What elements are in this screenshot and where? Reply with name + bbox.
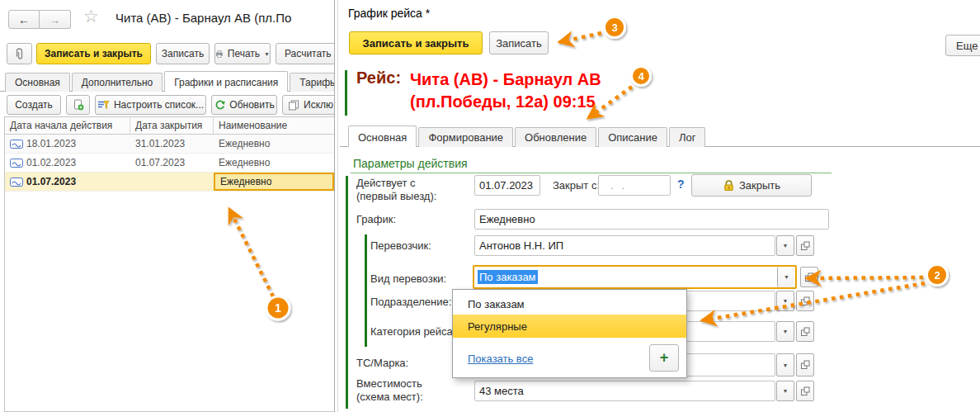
close-schedule-button[interactable]: Закрыть (691, 174, 812, 197)
division-open-button[interactable] (796, 291, 814, 311)
route-line1: Чита (АВ) - Барнаул АВ (410, 69, 601, 91)
category-label: Категория рейса: (370, 325, 455, 339)
capacity-label: Вместимость (схема мест): (356, 377, 423, 404)
caret-down-icon: ▼ (783, 243, 789, 249)
tab-osnovnaya[interactable]: Основная (348, 125, 417, 147)
route-card-window: ← → ☆ Чита (АВ) - Барнаул АВ (пл.По Запи… (0, 0, 335, 412)
closed-from-input[interactable]: . . (598, 175, 671, 196)
open-item-icon (800, 360, 810, 370)
history-nav: ← → (8, 10, 71, 29)
tab-osnovnaya[interactable]: Основная (5, 73, 70, 92)
carrier-combo[interactable]: Антонов Н.Н. ИП (474, 235, 775, 256)
back-button[interactable]: ← (8, 10, 40, 29)
valid-from-input[interactable]: 01.07.2023 (474, 175, 540, 196)
trip-schedule-window: График рейса * Записать и закрыть Записа… (340, 0, 980, 412)
table-row[interactable]: 18.01.2023 31.01.2023 Ежедневно (5, 135, 334, 154)
group-accent-bar (365, 234, 367, 347)
division-dropdown-button[interactable]: ▼ (776, 291, 794, 311)
open-item-icon (800, 296, 810, 306)
tab-obnovlenie[interactable]: Обновление (515, 127, 596, 147)
cell-start-date: 01.07.2023 (26, 176, 76, 187)
group-accent-bar (345, 70, 347, 116)
tab-log[interactable]: Лог (669, 127, 706, 147)
lock-icon (723, 179, 735, 192)
attachments-button[interactable] (7, 43, 32, 64)
table-header: Дата начала действия Дата закрытия Наиме… (5, 117, 334, 135)
transport-kind-dropdown-button[interactable]: ▼ (777, 267, 795, 287)
calculate-button[interactable]: Расчитать (276, 43, 335, 64)
transport-kind-label: Вид перевозки: (370, 272, 446, 286)
route-label: Рейс: (356, 69, 401, 88)
configure-list-label: Настроить список... (114, 99, 204, 111)
window-title: Чита (АВ) - Барнаул АВ (пл.По (115, 11, 333, 25)
transport-kind-open-button[interactable] (800, 267, 818, 287)
caret-down-icon: ▼ (783, 388, 789, 394)
create-copy-button[interactable] (66, 95, 90, 115)
window-title: График рейса * (348, 7, 430, 20)
forward-button[interactable]: → (40, 10, 71, 29)
section-underline (351, 173, 832, 173)
caret-down-icon: ▼ (783, 298, 789, 304)
schedule-input[interactable]: Ежедневно (474, 209, 829, 230)
paperclip-icon (14, 48, 25, 60)
tab-grafiki-i-raspisaniya[interactable]: Графики и расписания (164, 71, 288, 92)
add-item-button[interactable]: + (649, 344, 679, 372)
capacity-open-button[interactable] (796, 381, 814, 401)
printer-icon (215, 49, 224, 59)
forward-arrow-icon: → (49, 13, 61, 26)
caret-down-icon: ▼ (783, 362, 789, 368)
exclude-button[interactable]: Исклю (282, 95, 335, 115)
favorite-star-icon[interactable]: ☆ (83, 7, 99, 26)
cell-start-date: 01.02.2023 (26, 157, 76, 168)
more-button[interactable]: Еще (945, 35, 980, 56)
category-dropdown-button[interactable]: ▼ (776, 321, 794, 342)
refresh-icon (214, 99, 225, 111)
tab-dopolnitelno[interactable]: Дополнительно (72, 73, 163, 92)
back-arrow-icon: ← (18, 13, 30, 26)
save-button[interactable]: Записать (156, 43, 210, 64)
copy-document-icon (73, 99, 84, 111)
dropdown-item-highlighted[interactable]: Регулярные (453, 315, 686, 338)
schedules-table: Дата начала действия Дата закрытия Наиме… (4, 116, 334, 412)
carrier-dropdown-button[interactable]: ▼ (776, 235, 794, 256)
division-label: Подразделение: (370, 296, 451, 309)
category-open-button[interactable] (796, 321, 814, 342)
save-close-button[interactable]: Записать и закрыть (36, 43, 151, 64)
transport-kind-combo[interactable]: По заказам ▼ (473, 265, 797, 289)
dropdown-item[interactable]: По заказам (453, 294, 686, 315)
tab-opisanie[interactable]: Описание (598, 127, 667, 147)
close-schedule-label: Закрыть (739, 179, 780, 192)
cell-name: Ежедневно (219, 138, 270, 149)
vehicle-dropdown-button[interactable]: ▼ (776, 353, 794, 376)
vehicle-open-button[interactable] (796, 353, 814, 376)
column-header-close-date[interactable]: Дата закрытия (130, 117, 214, 134)
save-button[interactable]: Записать (489, 31, 549, 54)
carrier-label: Перевозчик: (370, 239, 431, 253)
stacked-pages-icon (288, 100, 299, 111)
carrier-open-button[interactable] (796, 235, 814, 256)
help-link[interactable]: ? (677, 178, 685, 191)
table-row[interactable]: 01.02.2023 01.07.2023 Ежедневно (5, 154, 334, 173)
capacity-combo[interactable]: 43 места (474, 381, 775, 401)
caret-down-icon: ▼ (784, 274, 789, 280)
capacity-dropdown-button[interactable]: ▼ (776, 381, 794, 401)
transport-kind-value: По заказам (478, 270, 538, 284)
list-settings-icon (97, 100, 110, 111)
create-button[interactable]: Создать (7, 95, 61, 115)
show-all-link[interactable]: Показать все (468, 353, 533, 365)
selected-cell[interactable]: Ежедневно (214, 173, 334, 191)
table-row-selected[interactable]: 01.07.2023 Ежедневно (5, 173, 334, 192)
column-header-start-date[interactable]: Дата начала действия (5, 117, 130, 134)
schedule-icon (10, 159, 23, 168)
schedule-icon (10, 140, 23, 149)
print-button[interactable]: Печать ▼ (214, 43, 271, 64)
configure-list-button[interactable]: Настроить список... (95, 95, 206, 115)
caret-down-icon: ▼ (264, 51, 270, 57)
save-close-button[interactable]: Записать и закрыть (349, 31, 483, 54)
tab-tarify[interactable]: Тарифы (290, 73, 335, 92)
cell-close-date: 31.01.2023 (135, 138, 185, 149)
refresh-button[interactable]: Обновить (211, 95, 277, 115)
tab-formirovanie[interactable]: Формирование (418, 127, 513, 147)
column-header-name[interactable]: Наименование (214, 117, 334, 134)
cell-name: Ежедневно (220, 176, 271, 187)
